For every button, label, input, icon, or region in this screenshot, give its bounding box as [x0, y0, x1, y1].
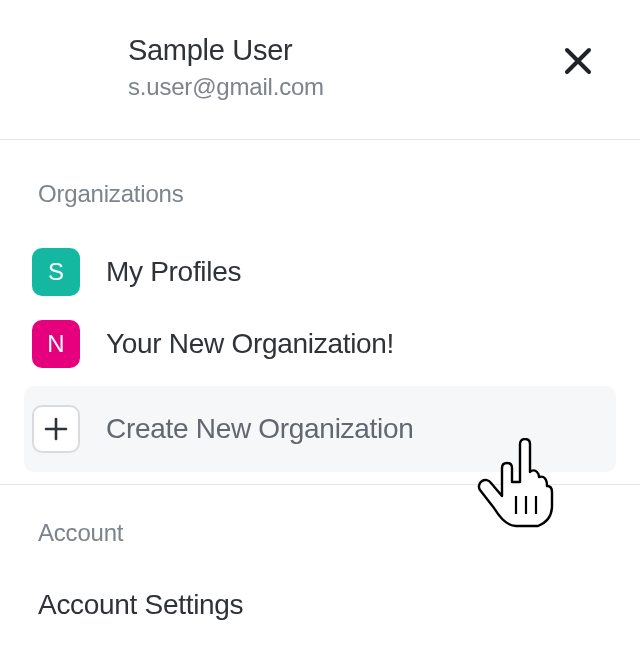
close-button[interactable] [558, 42, 598, 82]
org-badge: S [32, 248, 80, 296]
create-organization-button[interactable]: Create New Organization [24, 386, 616, 472]
user-name: Sample User [128, 34, 324, 67]
plus-icon [32, 405, 80, 453]
org-label: Your New Organization! [106, 328, 394, 360]
organizations-list: S My Profiles N Your New Organization! C… [32, 236, 640, 472]
org-item-my-profiles[interactable]: S My Profiles [32, 236, 640, 308]
account-settings-item[interactable]: Account Settings [38, 575, 640, 635]
org-badge: N [32, 320, 80, 368]
close-icon [564, 47, 592, 78]
account-heading: Account [38, 519, 640, 547]
org-item-new-organization[interactable]: N Your New Organization! [32, 308, 640, 380]
user-email: s.user@gmail.com [128, 73, 324, 101]
org-label: My Profiles [106, 256, 241, 288]
organizations-heading: Organizations [32, 180, 640, 208]
create-organization-label: Create New Organization [106, 413, 413, 445]
